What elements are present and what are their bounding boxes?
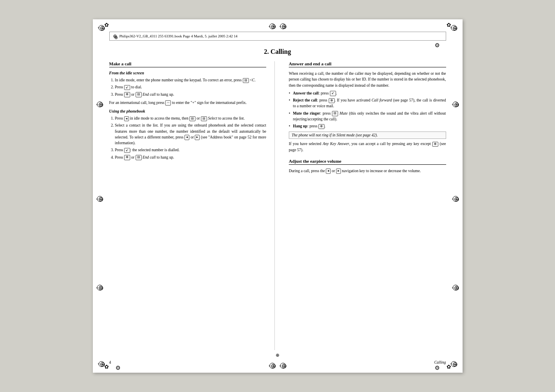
side-mark-top-left: ⊕ xyxy=(269,23,275,29)
key-vol-up: ▸ xyxy=(336,168,341,173)
side-mark-top-right: ⊕ xyxy=(280,23,286,29)
right-column: Answer and end a call When receiving a c… xyxy=(287,61,446,350)
key-left: ◂ xyxy=(184,135,189,140)
side-mark-left-bot: ⊕ xyxy=(97,285,103,291)
bullet-hangup: Hang up: press ✲. xyxy=(289,123,446,129)
phonebook-step-3: Press ↙: the selected number is dialled. xyxy=(115,147,267,153)
key-right: ▸ xyxy=(195,135,200,140)
header-crosshair: ⊕ xyxy=(114,35,118,40)
key-red-1: ⊟ xyxy=(136,92,142,97)
header-file-info: Philips362-V2_GB_4311 255 63391.book Pag… xyxy=(120,34,237,38)
silent-mode-note: The phone will not ring if in Silent mod… xyxy=(289,131,446,139)
deco-flower-tr: ✿ xyxy=(447,22,451,28)
key-c: ⊟ xyxy=(243,78,249,83)
silent-mode-text: The phone will not ring if in Silent mod… xyxy=(292,133,378,137)
step-3: Press ✲ or ⊟ End call to hang up. xyxy=(115,92,267,97)
bullet-mute: Mute the ringer: press ⊟ Mute (this only… xyxy=(289,111,446,122)
header-bar: ⊕ Philips362-V2_GB_4311 255 63391.book P… xyxy=(109,32,446,41)
earpiece-text: During a call, press the ◂ or ▸ navigati… xyxy=(289,168,446,174)
page: ⊕ ⊕ ⊕ ⊕ ⊕ ⊕ ⊕ ⊕ ⊕ ⊕ ⊕ ⊕ ⊕ ⊕ ✿ ✿ ✿ ✿ ⚙ ⚙ … xyxy=(93,19,463,373)
corner-mark-bl: ⊕ xyxy=(99,361,104,367)
key-hangup: ✲ xyxy=(318,124,325,129)
deco-gear-br: ⚙ xyxy=(435,364,440,371)
deco-flower-bl: ✿ xyxy=(104,364,109,370)
key-reject: ✲ xyxy=(329,98,335,103)
deco-gear-bl: ⚙ xyxy=(115,364,121,371)
any-key-answer-text: If you have selected Any Key Answer, you… xyxy=(289,141,446,153)
section-answer-end-title: Answer and end a call xyxy=(289,61,446,67)
phonebook-step-2: Select a contact in the list. If you are… xyxy=(115,122,267,146)
answer-intro-text: When receiving a call, the number of the… xyxy=(289,71,446,88)
phonebook-steps: Press ◂ in idle mode to access the menu,… xyxy=(109,115,267,160)
corner-mark-tl: ⊕ xyxy=(99,25,104,31)
key-except: ✲ xyxy=(432,142,438,147)
section-earpiece-title: Adjust the earpiece volume xyxy=(289,159,446,165)
key-dial-2: ↙ xyxy=(124,148,130,153)
left-column: Make a call From the idle screen In idle… xyxy=(109,61,275,350)
side-mark-right-mid: ⊕ xyxy=(453,196,458,202)
key-nav: ◂ xyxy=(124,116,129,121)
phonebook-step-4: Press ✲ or ⊟ End call to hang up. xyxy=(115,154,267,160)
side-mark-left-mid: ⊕ xyxy=(97,196,103,202)
key-menu: ⊟ xyxy=(189,116,196,121)
from-idle-screen-steps: In idle mode, enter the phone number usi… xyxy=(109,77,267,106)
deco-flower-br: ✿ xyxy=(447,364,451,370)
deco-flower-tl: ✿ xyxy=(104,22,109,28)
key-mute: ⊟ xyxy=(332,111,338,116)
bullet-reject: Reject the call: press ✲. If you have ac… xyxy=(289,97,446,109)
main-content: 2. Calling Make a call From the idle scr… xyxy=(109,45,446,350)
footer-center-crosshair: ⊕ xyxy=(276,353,279,358)
corner-mark-tr: ⊕ xyxy=(451,25,457,31)
key-0plus: ··· xyxy=(165,100,171,105)
subsection-from-idle-screen-title: From the idle screen xyxy=(109,71,267,75)
answer-bullets: Answer the call: press ↙. Reject the cal… xyxy=(289,90,446,129)
key-end-2: ✲ xyxy=(124,155,130,160)
international-call-note: For an international call, long press ··… xyxy=(109,100,267,106)
key-vol-down: ◂ xyxy=(326,168,331,173)
corner-mark-br: ⊕ xyxy=(451,361,457,367)
key-answer: ↙ xyxy=(330,91,336,96)
key-select-1: ⊟ xyxy=(201,116,207,121)
side-mark-right-bot: ⊕ xyxy=(453,285,458,291)
two-column-layout: Make a call From the idle screen In idle… xyxy=(109,61,446,350)
section-make-a-call-title: Make a call xyxy=(109,61,267,67)
subsection-phonebook-title: Using the phonebook xyxy=(109,109,267,113)
key-red-2: ⊟ xyxy=(136,155,142,160)
bullet-answer: Answer the call: press ↙. xyxy=(289,90,446,96)
key-end-1: ✲ xyxy=(124,92,130,97)
step-1: In idle mode, enter the phone number usi… xyxy=(115,77,267,83)
phonebook-step-1: Press ◂ in idle mode to access the menu,… xyxy=(115,115,267,121)
footer: 4 Calling xyxy=(109,360,446,364)
step-2: Press ↙ to dial. xyxy=(115,84,267,90)
page-title: 2. Calling xyxy=(109,48,446,55)
footer-section: Calling xyxy=(434,360,446,364)
side-mark-right-top: ⊕ xyxy=(453,101,458,107)
key-dial: ↙ xyxy=(124,85,130,90)
footer-page-number: 4 xyxy=(109,360,111,364)
side-mark-left-top: ⊕ xyxy=(97,101,103,107)
